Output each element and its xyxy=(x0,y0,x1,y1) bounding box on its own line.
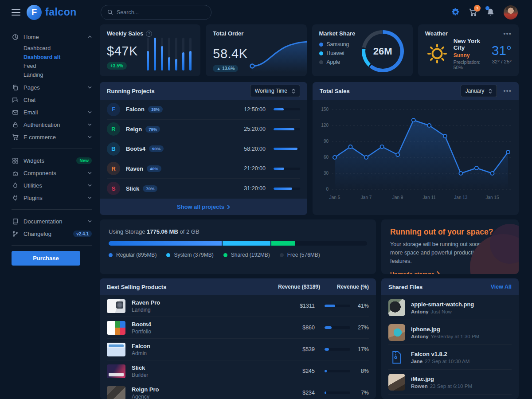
storage-segment-shared xyxy=(271,241,296,246)
weather-temperature: 31° xyxy=(492,43,512,58)
space-promo-body: Your storage will be running out soon. G… xyxy=(390,240,501,265)
working-time-select[interactable]: Working Time xyxy=(250,85,300,97)
project-row-boots4[interactable]: BBoots490%58:20:00 xyxy=(107,139,300,159)
project-time: 21:20:00 xyxy=(235,165,266,172)
file-thumbnail xyxy=(388,324,405,341)
cart-icon[interactable]: 1 xyxy=(469,8,477,17)
product-name[interactable]: Falcon xyxy=(132,343,284,349)
sidebar-item-documentation[interactable]: Documentation xyxy=(12,215,92,227)
search-box[interactable] xyxy=(101,5,211,20)
sidebar-item-e-commerce[interactable]: E commerce xyxy=(12,131,92,143)
main-content: 1 Weekly Sales ? $47K +3.5% xyxy=(100,0,532,399)
user-avatar[interactable] xyxy=(504,5,518,20)
ellipsis-h-icon[interactable]: ••• xyxy=(503,31,512,36)
file-row-apple-smart-watch-png[interactable]: apple-smart-watch.pngAntonyJust Now xyxy=(388,295,512,320)
sidebar-item-pages[interactable]: Pages xyxy=(12,81,92,94)
gear-icon[interactable] xyxy=(451,8,460,16)
purchase-button[interactable]: Purchase xyxy=(12,251,80,266)
sidebar-item-feed[interactable]: Feed xyxy=(23,62,92,70)
file-time: Yesterday at 1:30 PM xyxy=(431,334,480,339)
file-name[interactable]: iphone.jpg xyxy=(411,326,479,332)
project-row-raven[interactable]: RRaven40%21:20:00 xyxy=(107,159,300,179)
file-name[interactable]: apple-smart-watch.png xyxy=(411,301,474,308)
bar xyxy=(154,38,156,70)
product-names: FalconAdmin xyxy=(132,343,284,356)
file-thumbnail xyxy=(388,374,405,391)
product-thumbnail xyxy=(107,321,125,335)
file-time: Just Now xyxy=(431,309,452,314)
file-thumbnail xyxy=(388,299,405,316)
file-time: 23 Sep at 6:10 PM xyxy=(430,383,472,389)
product-name[interactable]: Reign Pro xyxy=(132,386,284,393)
sidebar-item-landing[interactable]: Landing xyxy=(23,70,92,79)
project-row-falcon[interactable]: FFalcon38%12:50:00 xyxy=(107,100,300,120)
notification-dot xyxy=(485,6,489,10)
file-meta: AntonyJust Now xyxy=(411,309,474,314)
file-row-falcon-v1-8-2[interactable]: Falcon v1.8.2Jane27 Sep at 10:30 AM xyxy=(388,345,512,370)
sidebar-item-authentication[interactable]: Authentication xyxy=(12,118,92,131)
storage-used-value: 1775.06 MB xyxy=(147,228,178,235)
project-row-slick[interactable]: SSlick70%31:20:00 xyxy=(107,179,300,199)
puzzle-icon xyxy=(12,169,19,176)
file-row-imac-jpg[interactable]: iMac.jpgRowen23 Sep at 6:10 PM xyxy=(388,370,512,395)
bell-icon[interactable] xyxy=(486,8,495,16)
file-info: iMac.jpgRowen23 Sep at 6:10 PM xyxy=(411,376,472,389)
sidebar-item-widgets[interactable]: WidgetsNew xyxy=(12,154,92,167)
grid-icon xyxy=(12,157,19,164)
svg-text:0: 0 xyxy=(326,187,329,192)
project-progress-bar xyxy=(274,108,300,110)
sidebar-item-label: Home xyxy=(23,34,88,40)
sidebar-divider xyxy=(12,209,92,210)
ellipsis-h-icon[interactable]: ••• xyxy=(503,89,512,93)
upgrade-storage-link[interactable]: Upgrade storage xyxy=(390,271,440,274)
view-all-link[interactable]: View All xyxy=(491,284,512,290)
product-name[interactable]: Raven Pro xyxy=(132,299,284,306)
legend-item-samsung: Samsung xyxy=(319,41,356,47)
svg-text:Jan 5: Jan 5 xyxy=(329,195,340,200)
storage-legend-item: Shared (192MB) xyxy=(223,252,270,258)
market-share-center-value: 26M xyxy=(365,34,400,69)
product-revenue: $539 xyxy=(284,346,315,352)
show-all-projects-link[interactable]: Show all projects xyxy=(100,199,307,215)
file-archive-icon xyxy=(388,349,405,366)
file-name[interactable]: Falcon v1.8.2 xyxy=(411,351,469,357)
market-share-legend: SamsungHuaweiApple xyxy=(319,41,356,65)
project-name: Falcon xyxy=(126,106,145,113)
sidebar-item-dashboard-alt[interactable]: Dashboard alt xyxy=(23,53,92,62)
project-progress-bar xyxy=(274,168,300,170)
weekly-sales-card: Weekly Sales ? $47K +3.5% xyxy=(100,24,200,76)
sidebar-item-utilities[interactable]: Utilities xyxy=(12,179,92,192)
search-input[interactable] xyxy=(117,9,196,16)
svg-text:Jan 15: Jan 15 xyxy=(485,195,499,200)
sidebar-item-components[interactable]: Components xyxy=(12,167,92,179)
envelope-icon xyxy=(12,109,19,116)
sidebar-item-dashboard[interactable]: Dashboard xyxy=(23,44,92,53)
sidebar-item-plugins[interactable]: Plugins xyxy=(12,192,92,204)
falcon-logo[interactable]: F falcon xyxy=(27,5,77,20)
product-name[interactable]: Slick xyxy=(132,364,284,371)
sidebar-item-chat[interactable]: Chat xyxy=(12,94,92,106)
hamburger-icon[interactable] xyxy=(12,8,20,17)
total-order-card: Total Order 58.4K ▲ 13.6% xyxy=(206,24,306,76)
project-progress-bar xyxy=(274,128,300,130)
weather-precipitation: Precipitation: 50% xyxy=(454,59,487,70)
total-order-value: 58.4K xyxy=(213,47,247,61)
sidebar-item-changelog[interactable]: Changelogv2.4.1 xyxy=(12,227,92,240)
file-row-iphone-jpg[interactable]: iphone.jpgAntonyYesterday at 1:30 PM xyxy=(388,320,512,345)
project-name: Boots4 xyxy=(126,145,145,152)
month-select[interactable]: January xyxy=(461,85,497,97)
file-user: Rowen xyxy=(411,383,428,389)
sidebar-item-home[interactable]: Home xyxy=(12,31,92,43)
chat-icon xyxy=(12,96,19,103)
project-row-reign[interactable]: RReign79%25:20:00 xyxy=(107,120,300,140)
sidebar-item-email[interactable]: Email xyxy=(12,106,92,118)
question-circle-icon[interactable]: ? xyxy=(146,31,152,37)
storage-legend-item: Regular (895MB) xyxy=(109,252,156,258)
product-percent: 27% xyxy=(350,325,369,331)
select-arrows-icon xyxy=(489,89,492,94)
product-percent: 41% xyxy=(350,303,369,309)
project-time: 31:20:00 xyxy=(235,185,266,192)
file-name[interactable]: iMac.jpg xyxy=(411,376,472,382)
sidebar-item-label: Changelog xyxy=(23,231,70,237)
product-name[interactable]: Boots4 xyxy=(132,321,284,328)
